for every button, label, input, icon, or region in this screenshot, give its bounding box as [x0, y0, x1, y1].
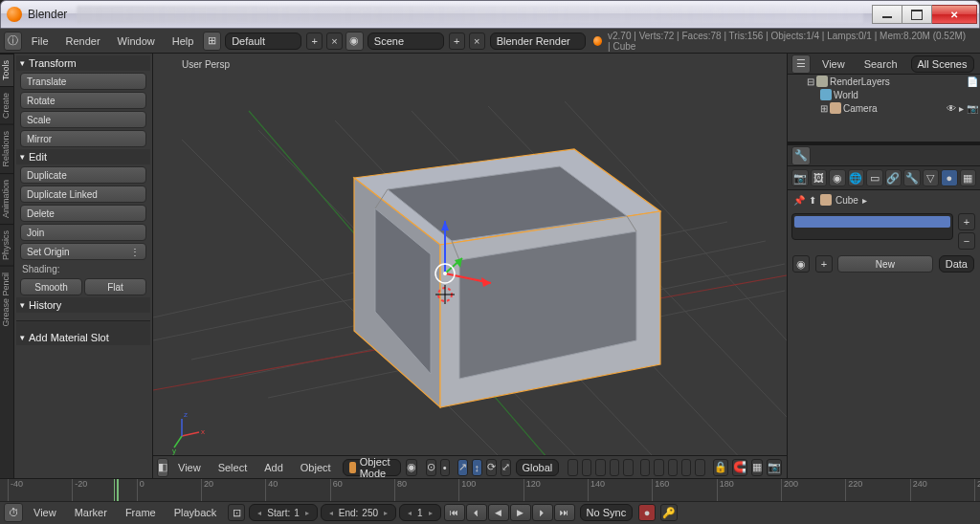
layout-dropdown[interactable]: Default	[225, 33, 301, 50]
layout-add-button[interactable]: +	[306, 33, 323, 50]
layer-button-5[interactable]	[623, 459, 633, 476]
end-frame-field[interactable]: End:250	[321, 504, 396, 521]
menu-render[interactable]: Render	[58, 35, 108, 47]
tab-create[interactable]: Create	[0, 86, 13, 124]
minimize-button[interactable]	[872, 5, 902, 24]
outliner-view[interactable]: View	[814, 58, 853, 70]
tab-relations[interactable]: Relations	[0, 124, 13, 173]
layer-button-4[interactable]	[610, 459, 619, 476]
prop-constraints-icon[interactable]: 🔗	[885, 169, 902, 186]
lock-camera-button[interactable]: 🔒	[713, 459, 728, 476]
prop-modifiers-icon[interactable]: 🔧	[903, 169, 921, 186]
play-button[interactable]: ▶	[510, 504, 531, 521]
layer-button-8[interactable]	[668, 459, 678, 476]
keyframe-prev-button[interactable]: ⏴	[466, 504, 487, 521]
prop-render-icon[interactable]: 📷	[791, 169, 809, 186]
layout-remove-button[interactable]: ×	[326, 33, 343, 50]
operator-header[interactable]: Add Material Slot	[16, 330, 150, 345]
play-reverse-button[interactable]: ◀	[488, 504, 509, 521]
manipulator-toggle[interactable]: ↗	[457, 459, 468, 476]
duplicate-button[interactable]: Duplicate	[20, 166, 146, 184]
prop-world-icon[interactable]: 🌐	[848, 169, 865, 186]
tl-menu-frame[interactable]: Frame	[118, 507, 164, 518]
edit-header[interactable]: Edit	[16, 149, 150, 164]
view3d-menu-object[interactable]: Object	[293, 462, 339, 473]
properties-editor-icon[interactable]: 🔧	[791, 146, 811, 165]
view3d-menu-add[interactable]: Add	[256, 462, 291, 473]
material-remove-button[interactable]: −	[958, 232, 975, 250]
tab-animation[interactable]: Animation	[0, 173, 13, 224]
timeline-ruler[interactable]: -40-200204060801001201401601802002202402…	[0, 479, 980, 502]
current-frame-field[interactable]: 1	[399, 504, 441, 521]
autokey-button[interactable]: ●	[638, 504, 656, 521]
tl-menu-marker[interactable]: Marker	[67, 507, 115, 518]
tab-grease-pencil[interactable]: Grease Pencil	[0, 266, 13, 333]
pin-icon[interactable]: 📌	[793, 195, 805, 206]
snap-toggle[interactable]: 🧲	[732, 459, 747, 476]
start-frame-field[interactable]: Start:1	[249, 504, 317, 521]
render-preview-button[interactable]: 📷	[767, 459, 782, 476]
outliner-filter-dropdown[interactable]: All Scenes	[911, 55, 974, 73]
material-new-icon[interactable]: +	[815, 255, 833, 273]
scale-button[interactable]: Scale	[20, 111, 146, 128]
sync-dropdown[interactable]: No Sync	[580, 504, 634, 521]
material-add-button[interactable]: +	[958, 213, 975, 230]
snap-type-button[interactable]: ▦	[751, 459, 763, 476]
material-data-dropdown[interactable]: Data	[939, 255, 974, 273]
translate-button[interactable]: Translate	[20, 73, 146, 90]
material-new-button[interactable]: New	[837, 255, 933, 273]
tl-menu-view[interactable]: View	[26, 507, 64, 518]
material-browse-button[interactable]: ◉	[792, 255, 810, 273]
tree-renderlayers[interactable]: ⊟RenderLayers📄	[788, 75, 980, 88]
join-button[interactable]: Join	[20, 224, 146, 241]
pivot-button[interactable]: ⊙	[426, 459, 436, 476]
pivot-align-button[interactable]: •	[440, 459, 450, 476]
close-button[interactable]	[931, 5, 977, 24]
orientation-dropdown[interactable]: Global	[516, 459, 560, 476]
rotate-button[interactable]: Rotate	[20, 92, 146, 109]
keying-set-add[interactable]: 🔑	[660, 504, 678, 521]
view3d-menu-view[interactable]: View	[170, 462, 209, 473]
scene-add-button[interactable]: +	[449, 33, 465, 50]
prop-material-icon[interactable]: ●	[941, 169, 958, 186]
prop-texture-icon[interactable]: ▦	[960, 169, 977, 186]
manipulator-translate[interactable]: ↕	[472, 459, 481, 476]
tab-tools[interactable]: Tools	[0, 54, 13, 86]
view3d-editor-icon[interactable]: ◧	[157, 458, 168, 477]
scene-remove-button[interactable]: ×	[469, 33, 485, 50]
layer-button-3[interactable]	[595, 459, 605, 476]
layer-button-1[interactable]	[568, 459, 577, 476]
tl-menu-playback[interactable]: Playback	[167, 507, 225, 518]
transform-header[interactable]: Transform	[16, 55, 150, 71]
tab-physics[interactable]: Physics	[0, 224, 13, 266]
history-header[interactable]: History	[16, 297, 150, 313]
prop-data-icon[interactable]: ▽	[923, 169, 940, 186]
mirror-button[interactable]: Mirror	[20, 130, 146, 147]
editor-type-icon[interactable]: ⓘ	[4, 32, 22, 51]
manipulator-scale[interactable]: ⤢	[501, 459, 511, 476]
delete-button[interactable]: Delete	[20, 205, 146, 222]
outliner-search[interactable]: Search	[857, 58, 905, 70]
jump-start-button[interactable]: ⏮	[444, 504, 465, 521]
scene-icon[interactable]: ◉	[345, 32, 364, 51]
menu-window[interactable]: Window	[110, 35, 163, 47]
menu-help[interactable]: Help	[165, 35, 202, 47]
jump-end-button[interactable]: ⏭	[554, 504, 575, 521]
screen-layout-icon[interactable]: ⊞	[203, 32, 221, 51]
outliner-editor-icon[interactable]: ☰	[791, 55, 811, 74]
duplicate-linked-button[interactable]: Duplicate Linked	[20, 186, 146, 203]
preview-range-button[interactable]: ⊡	[228, 504, 245, 521]
mode-dropdown[interactable]: Object Mode	[343, 459, 402, 476]
scene-dropdown[interactable]: Scene	[368, 33, 444, 50]
smooth-button[interactable]: Smooth	[20, 278, 82, 295]
tree-camera[interactable]: ⊞Camera👁 ▸ 📷	[788, 101, 980, 115]
layer-button-7[interactable]	[654, 459, 663, 476]
layer-button-2[interactable]	[582, 459, 591, 476]
set-origin-button[interactable]: Set Origin⋮	[20, 243, 146, 260]
prop-scene-icon[interactable]: ◉	[829, 169, 846, 186]
render-engine-dropdown[interactable]: Blender Render	[490, 33, 586, 50]
prop-renderlayers-icon[interactable]: 🖼	[811, 169, 828, 186]
prop-object-icon[interactable]: ▭	[866, 169, 883, 186]
keyframe-next-button[interactable]: ⏵	[532, 504, 553, 521]
manipulator-rotate[interactable]: ⟳	[486, 459, 497, 476]
